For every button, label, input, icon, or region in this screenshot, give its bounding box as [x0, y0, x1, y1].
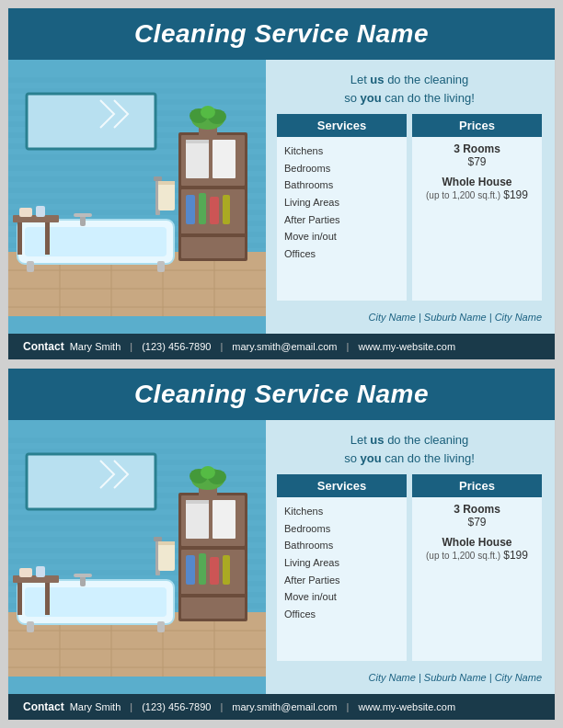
svg-rect-62 [178, 546, 247, 550]
svg-rect-33 [27, 261, 34, 272]
svg-rect-84 [17, 583, 22, 615]
flyer-2-contact-phone: (123) 456-7890 [142, 701, 211, 712]
page: Cleaning Service Name [0, 0, 563, 728]
svg-rect-12 [27, 94, 155, 149]
flyer-1-contact-phone: (123) 456-7890 [142, 341, 211, 352]
svg-rect-24 [210, 197, 219, 224]
flyer-1-prices-body: 3 Rooms $79 Whole House (up to 1,200 sq.… [412, 137, 542, 301]
list-item: Kitchens [284, 503, 399, 520]
flyer-2-footer: Contact Mary Smith | (123) 456-7890 | ma… [8, 694, 555, 720]
list-item: Living Areas [284, 194, 399, 211]
flyer-2-services-box: Services Kitchens Bedrooms Bathrooms Liv… [277, 474, 407, 661]
svg-rect-65 [186, 500, 209, 504]
price2-2-title: Whole House [419, 536, 534, 549]
svg-rect-68 [199, 553, 206, 585]
price2-1-title: 3 Rooms [419, 503, 534, 516]
svg-rect-82 [74, 574, 92, 577]
svg-rect-78 [27, 621, 34, 632]
svg-rect-25 [223, 195, 230, 224]
svg-rect-63 [178, 594, 247, 597]
sep1: | [130, 341, 132, 352]
tagline-us: us [370, 73, 384, 86]
svg-rect-41 [19, 208, 32, 217]
list-item: Living Areas [284, 554, 399, 572]
svg-rect-90 [158, 541, 175, 571]
svg-rect-89 [154, 537, 162, 541]
svg-rect-44 [154, 176, 162, 181]
tagline2-part1: Let [350, 433, 371, 447]
flyer-1-content: Let us do the cleaning so you can do the… [266, 60, 555, 334]
svg-point-75 [201, 466, 215, 479]
list-item: Bedrooms [284, 520, 399, 538]
tagline2-part4: can do the living! [382, 451, 475, 465]
flyer-2: Cleaning Service Name [7, 368, 556, 721]
flyer-2-contact-website: www.my-website.com [358, 701, 455, 712]
tagline2-part2: do the cleaning [385, 433, 469, 447]
price-1-value: $79 [467, 155, 486, 168]
flyer-1-image [8, 60, 266, 334]
svg-rect-39 [17, 222, 22, 255]
flyer-1-city-names: City Name | Suburb Name | City Name [277, 308, 542, 328]
svg-rect-34 [157, 261, 165, 272]
price2-1-value: $79 [467, 516, 486, 529]
flyer-1-services-box: Services Kitchens Bedrooms Bathrooms Liv… [277, 114, 407, 301]
flyer-1-price-2: Whole House (up to 1,200 sq.ft.) $199 [419, 176, 534, 201]
list-item: Kitchens [284, 142, 399, 160]
svg-rect-40 [45, 222, 50, 255]
svg-rect-42 [36, 206, 45, 217]
price-2-value: $199 [503, 188, 528, 201]
flyer-2-contact-name: Mary Smith [70, 701, 121, 712]
price-2-title: Whole House [419, 176, 534, 188]
flyer-2-content: Let us do the cleaning so you can do the… [266, 420, 555, 694]
svg-rect-19 [186, 140, 209, 178]
flyer-2-prices-box: Prices 3 Rooms $79 Whole House (up to 1,… [412, 474, 542, 661]
svg-rect-79 [157, 621, 165, 632]
flyer-2-body: Let us do the cleaning so you can do the… [8, 420, 555, 694]
flyer-1-body: Let us do the cleaning so you can do the… [8, 60, 555, 334]
svg-rect-20 [186, 140, 209, 143]
tagline-part1: Let [350, 73, 371, 86]
tagline-you: you [361, 91, 382, 105]
flyer-1: Cleaning Service Name [7, 7, 556, 360]
sep4: | [130, 701, 132, 712]
flyer-2-contact-email: mary.smith@email.com [232, 701, 337, 712]
flyer-2-services-prices: Services Kitchens Bedrooms Bathrooms Liv… [277, 474, 542, 661]
list-item: Bathrooms [284, 176, 399, 194]
tagline2-us: us [370, 433, 384, 447]
tagline-part4: can do the living! [382, 91, 475, 105]
svg-rect-85 [45, 583, 50, 615]
list-item: After Parties [284, 572, 399, 589]
flyer-2-city-names: City Name | Suburb Name | City Name [277, 668, 542, 688]
list-item: Bedrooms [284, 160, 399, 177]
svg-rect-37 [74, 213, 92, 217]
svg-rect-57 [27, 454, 155, 509]
svg-rect-21 [213, 140, 236, 178]
svg-rect-23 [199, 193, 206, 224]
flyer-1-contact-name: Mary Smith [70, 341, 121, 352]
svg-rect-22 [186, 195, 195, 224]
tagline-part2: do the cleaning [385, 73, 469, 86]
flyer-2-services-list: Kitchens Bedrooms Bathrooms Living Areas… [284, 503, 399, 623]
svg-rect-69 [210, 557, 219, 585]
flyer-1-services-prices: Services Kitchens Bedrooms Bathrooms Liv… [277, 114, 542, 301]
flyer-2-tagline: Let us do the cleaning so you can do the… [277, 431, 542, 467]
flyer-1-header: Cleaning Service Name [8, 8, 555, 60]
price-2-note: (up to 1,200 sq.ft.) [426, 190, 500, 200]
sep5: | [220, 701, 223, 712]
flyer-1-contact-website: www.my-website.com [358, 341, 455, 352]
flyer-1-price-1: 3 Rooms $79 [419, 142, 534, 168]
tagline2-you: you [361, 451, 382, 465]
flyer-2-price-1: 3 Rooms $79 [419, 503, 534, 529]
flyer-2-price-2: Whole House (up to 1,200 sq.ft.) $199 [419, 536, 534, 562]
flyer-1-contact-label: Contact [23, 340, 64, 353]
svg-rect-46 [158, 181, 175, 185]
sep3: | [347, 341, 350, 352]
flyer-2-services-header: Services [277, 474, 407, 497]
tagline2-part3: so [344, 451, 360, 465]
svg-rect-70 [223, 555, 230, 585]
list-item: Offices [284, 606, 399, 623]
flyer-1-prices-header: Prices [412, 114, 542, 137]
list-item: Move in/out [284, 588, 399, 606]
flyer-1-services-body: Kitchens Bedrooms Bathrooms Living Areas… [277, 137, 407, 301]
svg-rect-86 [19, 568, 32, 577]
